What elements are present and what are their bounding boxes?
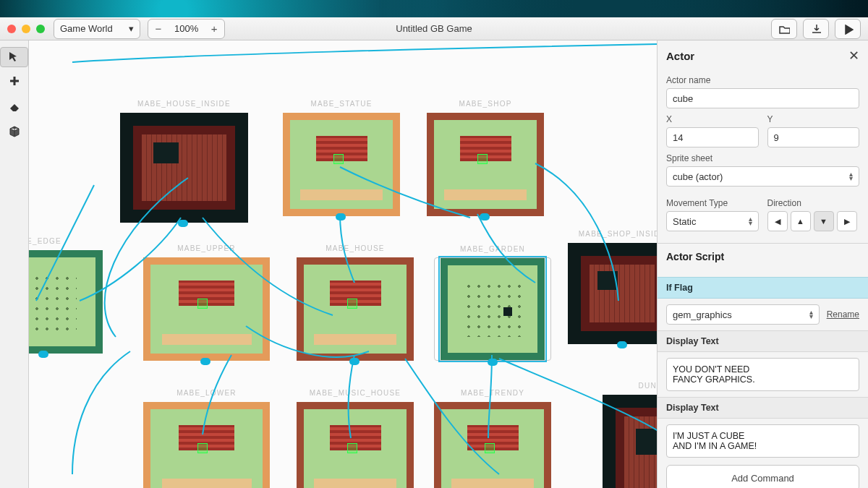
scene-thumbnail <box>297 402 414 488</box>
scene-thumbnail <box>441 258 545 360</box>
erase-tool[interactable] <box>3 95 26 118</box>
cube-icon <box>8 125 21 138</box>
inspector-panel: Actor ✕ Actor name X Y Sprite sheet cube… <box>657 40 868 488</box>
close-window-icon[interactable] <box>7 25 16 33</box>
direction-label: Direction <box>767 198 860 208</box>
add-command-button[interactable]: Add Command <box>666 465 859 488</box>
scene-thumbnail <box>297 257 414 361</box>
scene-selector[interactable]: Game World ▾ <box>54 19 140 39</box>
movement-select[interactable]: Static ▴▾ <box>666 211 759 231</box>
sprite-select[interactable]: cube (actor) ▴▾ <box>666 166 859 187</box>
eraser-icon <box>8 100 21 113</box>
scene-label: MABE_GARDEN <box>435 245 550 253</box>
movement-value: Static <box>673 216 697 227</box>
inspector-title: Actor <box>666 50 694 62</box>
scene-mabe_statue[interactable]: MABE_STATUE <box>283 113 400 216</box>
add-tool[interactable] <box>3 69 26 93</box>
direction-up-button[interactable]: ▲ <box>791 211 811 231</box>
export-button[interactable] <box>803 19 829 39</box>
direction-right-button[interactable]: ▶ <box>837 211 857 231</box>
zoom-window-icon[interactable] <box>36 25 45 33</box>
scene-selector-label: Game World <box>60 23 113 34</box>
connection-node[interactable] <box>336 213 346 221</box>
play-icon <box>842 23 854 35</box>
scene-label: MABE_HOUSE <box>297 244 414 252</box>
zoom-out-button[interactable]: − <box>148 20 169 38</box>
flag-select[interactable]: gem_graphics ▴▾ <box>666 304 820 325</box>
close-inspector-button[interactable]: ✕ <box>848 48 859 64</box>
updown-icon: ▴▾ <box>809 310 813 319</box>
scene-mabe_trendy[interactable]: MABE_TRENDY <box>434 402 551 488</box>
connection-node[interactable] <box>200 358 210 365</box>
y-input[interactable] <box>767 127 860 147</box>
sprite-label: Sprite sheet <box>666 153 859 163</box>
folder-icon <box>778 23 790 35</box>
cursor-icon <box>7 51 20 64</box>
folder-button[interactable] <box>771 19 797 39</box>
direction-buttons: ◀ ▲ ▼ ▶ <box>767 211 860 231</box>
zoom-control: − 100% + <box>148 19 225 39</box>
scene-label: MABE_MUSIC_HOUSE <box>297 389 414 397</box>
scene-thumbnail <box>568 243 657 344</box>
zoom-in-button[interactable]: + <box>204 20 224 38</box>
select-tool[interactable] <box>0 47 28 67</box>
scene-mabe_upper[interactable]: MABE_UPPER <box>143 257 270 361</box>
scene-thumbnail <box>143 257 270 361</box>
display-text-header-1[interactable]: Display Text <box>658 330 868 352</box>
scene-mabe_lower[interactable]: MABE_LOWER <box>143 402 270 488</box>
display-text-1[interactable]: YOU DON'T NEED FANCY GRAPHICS. <box>666 358 859 391</box>
scene-mabe_shop[interactable]: MABE_SHOP <box>427 113 544 216</box>
world-canvas[interactable]: MABE_HOUSE_INSIDEMABE_STATUEMABE_SHOPE_E… <box>29 40 657 488</box>
scene-mabe_garden[interactable]: MABE_GARDEN <box>434 257 551 361</box>
chevron-down-icon: ▾ <box>129 23 134 34</box>
connection-node[interactable] <box>617 341 627 348</box>
connection-node[interactable] <box>178 220 188 227</box>
scene-label: MABE_SHOP <box>427 100 544 108</box>
cube-tool[interactable] <box>3 120 26 143</box>
scene-thumbnail <box>283 113 400 216</box>
scene-label: E_EDGE <box>29 237 103 245</box>
scene-mabe_music_house[interactable]: MABE_MUSIC_HOUSE <box>297 402 414 488</box>
window-controls <box>7 25 45 33</box>
scene-mabe_edge[interactable]: E_EDGE <box>29 250 103 354</box>
scene-thumbnail <box>603 395 657 488</box>
connection-node[interactable] <box>488 359 498 366</box>
actor-name-label: Actor name <box>666 75 859 85</box>
scene-label: MABE_STATUE <box>283 100 400 108</box>
scene-mabe_house[interactable]: MABE_HOUSE <box>297 257 414 361</box>
flag-value: gem_graphics <box>673 309 732 320</box>
scene-label: MABE_TRENDY <box>434 389 551 397</box>
scene-thumbnail <box>143 402 270 488</box>
left-toolbar <box>0 40 29 488</box>
script-block-if-flag: If Flag gem_graphics ▴▾ Rename Display T… <box>658 277 868 488</box>
if-flag-header[interactable]: If Flag <box>658 277 868 299</box>
updown-icon: ▴▾ <box>749 217 752 226</box>
updown-icon: ▴▾ <box>849 172 853 181</box>
display-text-header-2[interactable]: Display Text <box>658 397 868 419</box>
direction-down-button[interactable]: ▼ <box>814 211 834 231</box>
actor-name-input[interactable] <box>666 88 859 108</box>
x-input[interactable] <box>666 127 759 147</box>
scene-thumbnail <box>120 113 248 223</box>
direction-left-button[interactable]: ◀ <box>767 211 788 231</box>
actor-script-title: Actor Script <box>658 243 868 270</box>
minimize-window-icon[interactable] <box>22 25 30 33</box>
display-text-2[interactable]: I'M JUST A CUBE AND I'M IN A GAME! <box>666 424 859 458</box>
scene-thumbnail <box>434 402 551 488</box>
play-button[interactable] <box>835 19 861 39</box>
scene-label: MABE_HOUSE_INSIDE <box>120 100 248 108</box>
plus-icon <box>8 74 21 87</box>
desktop-background <box>0 0 868 17</box>
connection-node[interactable] <box>38 351 48 358</box>
scene-dungeon_m[interactable]: DUNGEON_M <box>603 395 657 488</box>
titlebar: Game World ▾ − 100% + Untitled GB Game <box>0 17 868 40</box>
rename-flag-link[interactable]: Rename <box>827 309 859 320</box>
scene-mabe_shop_inside[interactable]: MABE_SHOP_INSIDE <box>568 243 657 344</box>
zoom-level: 100% <box>169 23 204 34</box>
scene-mabe_house_inside[interactable]: MABE_HOUSE_INSIDE <box>120 113 248 223</box>
connection-node[interactable] <box>349 358 359 365</box>
sprite-value: cube (actor) <box>673 171 723 182</box>
y-label: Y <box>767 114 860 124</box>
connection-node[interactable] <box>480 213 490 221</box>
scene-label: MABE_SHOP_INSIDE <box>568 230 657 238</box>
